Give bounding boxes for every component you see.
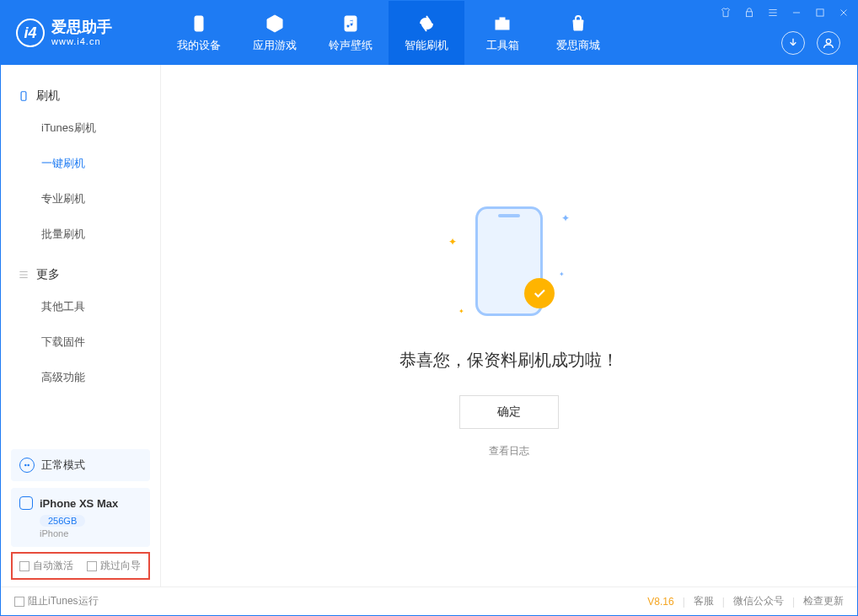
maximize-button[interactable] bbox=[813, 6, 827, 19]
sidebar-item-advanced[interactable]: 高级功能 bbox=[41, 360, 160, 395]
download-button[interactable] bbox=[781, 31, 805, 55]
svg-rect-7 bbox=[21, 92, 26, 101]
sidebar-item-oneclick-flash[interactable]: 一键刷机 bbox=[41, 146, 160, 181]
titlebar-controls bbox=[719, 6, 850, 19]
svg-point-8 bbox=[24, 464, 27, 467]
logo-icon: i4 bbox=[16, 19, 45, 47]
device-icon bbox=[18, 90, 29, 102]
logo: i4 爱思助手 www.i4.cn bbox=[1, 1, 161, 65]
tab-label: 工具箱 bbox=[486, 38, 519, 53]
sidebar-section-flash: 刷机 bbox=[1, 82, 160, 110]
svg-rect-2 bbox=[195, 16, 203, 31]
menu-icon[interactable] bbox=[766, 6, 780, 19]
footer-link-wechat[interactable]: 微信公众号 bbox=[733, 594, 784, 608]
success-illustration: ✦ ✦ ✦ ✦ bbox=[442, 194, 576, 329]
tab-label: 铃声壁纸 bbox=[329, 38, 373, 53]
tab-my-device[interactable]: 我的设备 bbox=[161, 1, 237, 65]
section-label: 刷机 bbox=[36, 88, 60, 104]
tab-smart-flash[interactable]: 智能刷机 bbox=[389, 1, 464, 65]
main-content: ✦ ✦ ✦ ✦ 恭喜您，保资料刷机成功啦！ 确定 查看日志 bbox=[161, 65, 857, 587]
sidebar-section-more: 更多 bbox=[1, 260, 160, 289]
refresh-icon bbox=[416, 13, 437, 35]
checkmark-badge-icon bbox=[524, 278, 555, 308]
device-name: iPhone XS Max bbox=[40, 497, 118, 510]
sidebar-item-itunes-flash[interactable]: iTunes刷机 bbox=[41, 110, 160, 146]
footer: 阻止iTunes运行 V8.16 | 客服 | 微信公众号 | 检查更新 bbox=[1, 587, 857, 615]
device-area: 正常模式 iPhone XS Max 256GB iPhone 自动激活 跳过向… bbox=[1, 449, 160, 587]
lock-icon[interactable] bbox=[743, 6, 756, 19]
minimize-button[interactable] bbox=[790, 6, 803, 19]
app-window: i4 爱思助手 www.i4.cn 我的设备 应用游戏 铃声壁纸 智能刷机 bbox=[0, 0, 858, 616]
checkbox-skip-guide[interactable]: 跳过向导 bbox=[87, 559, 141, 573]
svg-rect-0 bbox=[747, 12, 753, 17]
mode-label: 正常模式 bbox=[41, 458, 85, 473]
close-button[interactable] bbox=[837, 6, 850, 19]
footer-link-support[interactable]: 客服 bbox=[694, 594, 714, 608]
device-box[interactable]: iPhone XS Max 256GB iPhone bbox=[11, 488, 150, 547]
checkbox-auto-activate[interactable]: 自动激活 bbox=[19, 559, 73, 573]
toolbox-icon bbox=[491, 13, 513, 35]
sparkle-icon: ✦ bbox=[561, 212, 570, 224]
svg-rect-1 bbox=[817, 9, 823, 16]
svg-rect-5 bbox=[500, 18, 505, 20]
body: 刷机 iTunes刷机 一键刷机 专业刷机 批量刷机 更多 其他工具 下载固件 … bbox=[1, 65, 857, 587]
sidebar-item-batch-flash[interactable]: 批量刷机 bbox=[41, 217, 160, 252]
cube-icon bbox=[264, 13, 286, 35]
section-label: 更多 bbox=[36, 267, 60, 282]
storage-badge: 256GB bbox=[40, 515, 85, 527]
sidebar-item-download-firmware[interactable]: 下载固件 bbox=[41, 324, 160, 360]
mode-icon bbox=[19, 458, 35, 473]
footer-link-update[interactable]: 检查更新 bbox=[803, 594, 844, 608]
device-icon bbox=[19, 496, 33, 510]
sidebar-item-pro-flash[interactable]: 专业刷机 bbox=[41, 181, 160, 217]
tab-label: 我的设备 bbox=[177, 38, 221, 53]
device-type: iPhone bbox=[40, 528, 142, 538]
app-subtitle: www.i4.cn bbox=[51, 36, 112, 46]
music-icon bbox=[340, 13, 362, 35]
highlighted-checkbox-row: 自动激活 跳过向导 bbox=[11, 552, 150, 580]
view-log-link[interactable]: 查看日志 bbox=[489, 444, 529, 458]
sidebar-item-other-tools[interactable]: 其他工具 bbox=[41, 289, 160, 324]
success-message: 恭喜您，保资料刷机成功啦！ bbox=[400, 349, 619, 372]
user-button[interactable] bbox=[817, 31, 840, 55]
sparkle-icon: ✦ bbox=[458, 308, 464, 315]
list-icon bbox=[18, 269, 29, 281]
tshirt-icon[interactable] bbox=[719, 6, 732, 19]
svg-point-6 bbox=[826, 39, 830, 43]
version-label: V8.16 bbox=[647, 596, 673, 608]
sparkle-icon: ✦ bbox=[448, 236, 457, 248]
checkbox-block-itunes[interactable]: 阻止iTunes运行 bbox=[14, 594, 99, 608]
sidebar: 刷机 iTunes刷机 一键刷机 专业刷机 批量刷机 更多 其他工具 下载固件 … bbox=[1, 65, 161, 587]
svg-point-9 bbox=[27, 464, 29, 467]
nav-tabs: 我的设备 应用游戏 铃声壁纸 智能刷机 工具箱 爱思商城 bbox=[161, 1, 781, 65]
mode-box[interactable]: 正常模式 bbox=[11, 449, 150, 481]
tab-label: 应用游戏 bbox=[253, 38, 297, 53]
tab-label: 爱思商城 bbox=[556, 38, 600, 53]
phone-icon bbox=[188, 13, 210, 35]
tab-ringtones[interactable]: 铃声壁纸 bbox=[313, 1, 389, 65]
tab-label: 智能刷机 bbox=[405, 38, 448, 53]
svg-rect-4 bbox=[496, 20, 509, 29]
bag-icon bbox=[567, 13, 589, 35]
sparkle-icon: ✦ bbox=[559, 271, 565, 278]
tab-store[interactable]: 爱思商城 bbox=[540, 1, 616, 65]
ok-button[interactable]: 确定 bbox=[459, 395, 559, 429]
app-title: 爱思助手 bbox=[51, 19, 112, 36]
tab-toolbox[interactable]: 工具箱 bbox=[464, 1, 540, 65]
tab-apps-games[interactable]: 应用游戏 bbox=[237, 1, 313, 65]
